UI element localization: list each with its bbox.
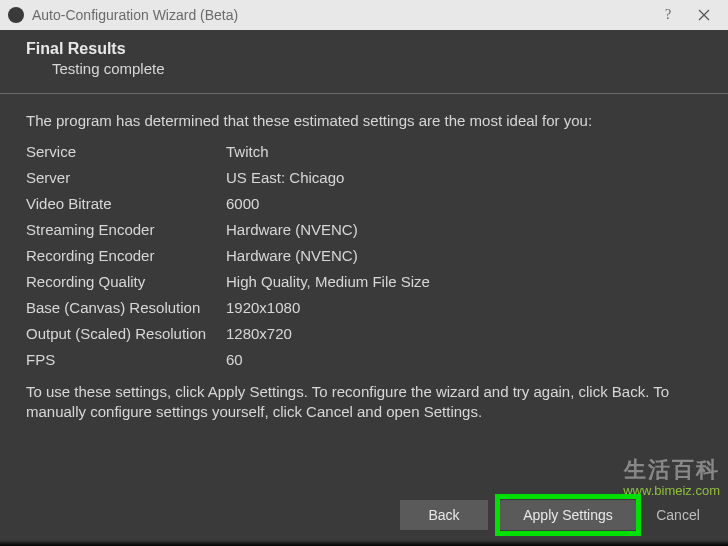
setting-label: Output (Scaled) Resolution [26, 325, 226, 342]
setting-label: Streaming Encoder [26, 221, 226, 238]
wizard-window: Auto-Configuration Wizard (Beta) ? Final… [0, 0, 728, 546]
page-title: Final Results [26, 40, 702, 58]
wizard-header: Final Results Testing complete [0, 30, 728, 93]
apply-settings-button[interactable]: Apply Settings [500, 500, 636, 530]
setting-value: Hardware (NVENC) [226, 247, 702, 264]
setting-value: 1920x1080 [226, 299, 702, 316]
setting-value: Twitch [226, 143, 702, 160]
setting-label: Service [26, 143, 226, 160]
titlebar: Auto-Configuration Wizard (Beta) ? [0, 0, 728, 30]
intro-text: The program has determined that these es… [26, 112, 702, 129]
setting-label: Recording Quality [26, 273, 226, 290]
setting-value: 6000 [226, 195, 702, 212]
setting-label: Recording Encoder [26, 247, 226, 264]
cancel-button[interactable]: Cancel [648, 500, 708, 530]
help-button[interactable]: ? [648, 0, 688, 30]
setting-value: Hardware (NVENC) [226, 221, 702, 238]
page-subtitle: Testing complete [52, 60, 702, 77]
setting-value: US East: Chicago [226, 169, 702, 186]
setting-label: Server [26, 169, 226, 186]
window-title: Auto-Configuration Wizard (Beta) [32, 7, 648, 23]
setting-label: Video Bitrate [26, 195, 226, 212]
app-icon [8, 7, 24, 23]
back-button[interactable]: Back [400, 500, 488, 530]
setting-label: Base (Canvas) Resolution [26, 299, 226, 316]
settings-table: ServiceTwitchServerUS East: ChicagoVideo… [26, 143, 702, 368]
content-area: The program has determined that these es… [0, 94, 728, 490]
close-icon [698, 9, 710, 21]
footer: Back Apply Settings Cancel [0, 490, 728, 546]
close-button[interactable] [684, 0, 724, 30]
instructions-text: To use these settings, click Apply Setti… [26, 382, 702, 423]
setting-label: FPS [26, 351, 226, 368]
setting-value: High Quality, Medium File Size [226, 273, 702, 290]
setting-value: 1280x720 [226, 325, 702, 342]
setting-value: 60 [226, 351, 702, 368]
